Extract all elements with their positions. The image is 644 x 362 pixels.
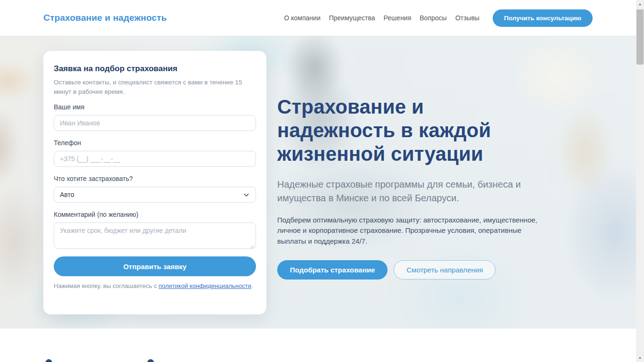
hero-buttons: Подобрать страхование Смотреть направлен… — [277, 260, 544, 280]
insurance-type-label: Что хотите застраховать? — [54, 175, 256, 182]
nav-item-solutions[interactable]: Решения — [384, 14, 412, 22]
hero-lead-text: Надежные страховые программы для семьи, … — [277, 178, 522, 205]
hero-copy: Страхование и надежность в каждой жизнен… — [277, 95, 544, 280]
nav-item-advantages[interactable]: Преимущества — [329, 14, 375, 22]
main-nav: О компании Преимущества Решения Вопросы … — [284, 14, 479, 22]
name-label: Ваше имя — [54, 103, 256, 111]
nav-item-about[interactable]: О компании — [284, 14, 321, 22]
next-section-top — [0, 329, 636, 362]
consent-prefix: Нажимая кнопку, вы соглашаетесь с — [54, 282, 158, 289]
get-consultation-button[interactable]: Получить консультацию — [493, 9, 593, 27]
partial-stat-glyph — [147, 359, 155, 362]
select-insurance-button[interactable]: Подобрать страхование — [277, 260, 388, 280]
scrollbar-up-arrow-icon[interactable]: ▲ — [636, 0, 644, 8]
hero-description-text: Подберем оптимальную страховую защиту: а… — [277, 215, 551, 247]
scrollbar-thumb[interactable] — [636, 9, 644, 65]
form-title: Заявка на подбор страхования — [54, 64, 256, 74]
header: Страхование и надежность О компании Преи… — [0, 0, 636, 36]
insurance-type-selected-value: Авто — [60, 191, 74, 198]
vertical-scrollbar[interactable]: ▲ ▼ — [636, 0, 644, 362]
hero-section: Заявка на подбор страхования Оставьте ко… — [0, 36, 636, 329]
hero-title: Страхование и надежность в каждой жизнен… — [277, 95, 544, 166]
submit-request-button[interactable]: Отправить заявку — [54, 256, 256, 276]
scrollbar-down-arrow-icon[interactable]: ▼ — [636, 354, 644, 362]
lead-form-card: Заявка на подбор страхования Оставьте ко… — [43, 51, 266, 314]
name-input[interactable] — [54, 115, 256, 131]
phone-input[interactable] — [54, 151, 256, 167]
page: { "colors": { "accent_blue": "#3e9ad9", … — [0, 0, 644, 362]
nav-item-questions[interactable]: Вопросы — [420, 14, 446, 22]
consent-text: Нажимая кнопку, вы соглашаетесь с полити… — [54, 281, 256, 290]
insurance-type-select[interactable]: Авто — [54, 187, 256, 203]
nav-item-reviews[interactable]: Отзывы — [455, 14, 479, 22]
privacy-policy-link[interactable]: политикой конфиденциальности — [158, 282, 251, 289]
chevron-down-icon — [243, 192, 249, 199]
view-directions-button[interactable]: Смотреть направления — [394, 260, 495, 280]
partial-stat-glyph — [45, 359, 53, 362]
comment-textarea[interactable] — [54, 222, 256, 249]
form-subtitle: Оставьте контакты, и специалист свяжется… — [54, 78, 256, 96]
phone-label: Телефон — [54, 139, 256, 147]
comment-label: Комментарий (по желанию) — [54, 211, 256, 218]
consent-suffix: . — [251, 282, 253, 289]
logo[interactable]: Страхование и надежность — [43, 13, 167, 23]
